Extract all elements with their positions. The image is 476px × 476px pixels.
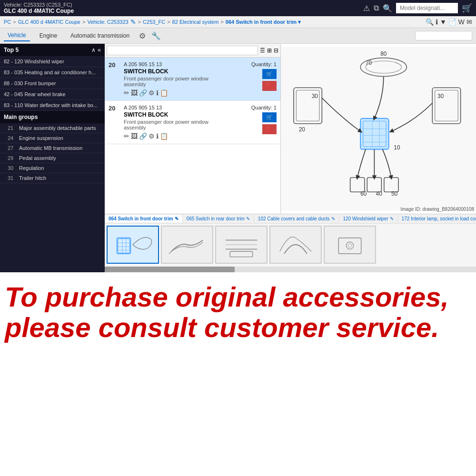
sidebar-group-31[interactable]: 31 Trailer hitch [0,173,105,183]
link-icon-2[interactable]: 🔗 [139,132,147,140]
sidebar-group-29[interactable]: 29 Pedal assembly [0,153,105,163]
toolbar-search [415,31,472,40]
tab-vehicle[interactable]: Vehicle [4,30,30,41]
model-search-input[interactable] [396,3,458,13]
zoom-icon[interactable]: 🔍 [426,18,434,26]
thumb-label-4[interactable]: 172 Interior lamp, socket in load compar… [398,215,476,222]
collapse-icon[interactable]: ∧ [91,47,96,53]
warning-icon[interactable]: ⚠ [363,4,370,13]
add-to-cart-btn-2[interactable]: 🛒 [262,112,277,122]
part-pos-2: 20 [109,105,120,140]
sidebar-menu-icon[interactable]: « [98,47,101,53]
part-code-2: A 205 905 15 13 [124,105,230,110]
thumb-svg-2 [216,227,267,263]
doc-icon-2[interactable]: 📋 [160,132,168,140]
thumb-label-1[interactable]: 065 Switch in rear door trim ✎ [183,215,254,222]
info-icon[interactable]: ℹ [436,18,438,26]
thumbnail-4[interactable] [324,226,376,264]
image-icon-1[interactable]: 🖼 [131,89,138,97]
image-icon-2[interactable]: 🖼 [131,132,138,140]
sidebar-group-24[interactable]: 24 Engine suspension [0,133,105,143]
thumb-label-2[interactable]: 102 Cable covers and cable ducts ✎ [254,215,339,222]
parts-search-input[interactable] [107,46,258,55]
thumb-svg-0 [108,227,158,263]
sidebar-item-brake[interactable]: 42 - 045 Rear wheel brake [0,89,105,100]
thumbnail-2[interactable] [215,226,268,264]
thumb-svg-3 [270,227,321,263]
thumbnail-strip: 064 Switch in front door trim ✎ 065 Swit… [105,214,476,272]
part-code-1: A 205 905 15 13 [124,61,230,67]
list-view-icon[interactable]: ☰ [260,47,265,54]
breadcrumb-fc[interactable]: C253_FC [143,19,165,25]
add-to-cart-btn-1[interactable]: 🛒 [262,69,277,79]
top5-title: Top 5 [4,47,19,53]
part-row-1: 20 A 205 905 15 13 SWITCH BLOCK Front pa… [105,58,280,101]
mail-icon[interactable]: ✉ [466,18,472,26]
thumbnail-images [105,224,476,267]
tab-engine[interactable]: Engine [36,30,61,41]
thumbnail-0[interactable] [107,226,159,264]
thumb-label-3[interactable]: 120 Windshield wiper ✎ [339,215,398,222]
edit-icon-1[interactable]: ✏ [124,89,129,97]
svg-text:60: 60 [360,190,367,197]
thumbnail-3[interactable] [269,226,322,264]
breadcrumb-electrical[interactable]: 82 Electrical system [172,19,219,25]
grid-view-icon[interactable]: ⊞ [267,47,272,54]
filter-icon[interactable]: ▼ [440,18,446,26]
svg-text:30: 30 [312,93,318,99]
edit-icon-2[interactable]: ✏ [124,132,129,140]
word-icon[interactable]: W [458,18,465,26]
part-actions-1: ✏ 🖼 🔗 ⚙ ℹ 📋 [124,89,230,97]
header-actions: ⚠ ⧉ 🔍 🛒 [363,3,472,13]
svg-text:80: 80 [380,50,387,57]
settings-icon-2[interactable]: ⚙ [149,132,155,140]
thumbnail-labels: 064 Switch in front door trim ✎ 065 Swit… [105,214,476,224]
sidebar-item-water-deflector[interactable]: 83 - 110 Water deflector with intake bo.… [0,100,105,111]
scrollbar-thumb[interactable] [105,267,235,272]
vehicle-id: Vehicle: C253323 (C253_FC) [4,2,74,8]
remove-from-cart-btn-2[interactable]: 🚫 [262,124,277,134]
part-name-1: SWITCH BLOCK [124,68,230,75]
edit-icon: ✎ [246,216,250,221]
copy-icon[interactable]: ⧉ [374,4,379,12]
remove-from-cart-btn-1[interactable]: 🚫 [262,81,277,91]
tab-transmission[interactable]: Automatic transmission [67,30,133,41]
settings-icon[interactable]: ⚙ [139,31,146,40]
breadcrumb-pc[interactable]: PC [4,19,11,25]
sidebar-item-heating[interactable]: 83 - 035 Heating and air conditioner h..… [0,67,105,78]
search-icon[interactable]: 🔍 [383,4,392,13]
thumbnail-1[interactable] [161,226,213,264]
options-icon[interactable]: ⊟ [274,47,278,54]
thumb-label-0[interactable]: 064 Switch in front door trim ✎ [105,215,183,222]
sidebar-top5-header: Top 5 ∧ « [0,44,105,56]
part-right-2: Quantity: 1 🛒 🚫 [234,105,277,140]
svg-text:10: 10 [394,144,400,151]
toolbar-search-input[interactable] [415,31,472,40]
sidebar-item-bumper[interactable]: 88 - 030 Front bumper [0,78,105,89]
doc-icon[interactable]: 📄 [448,18,456,26]
info-icon-2[interactable]: ℹ [156,132,159,140]
sidebar-group-21[interactable]: 21 Major assembly detachable parts [0,123,105,133]
sidebar-group-30[interactable]: 30 Regulation [0,163,105,173]
edit-icon: ✎ [331,216,335,221]
doc-icon-1[interactable]: 📋 [160,89,168,97]
cart-icon[interactable]: 🛒 [462,3,472,13]
sidebar-item-windshield[interactable]: 82 - 120 Windshield wiper [0,56,105,67]
tool-icon[interactable]: 🔧 [151,31,161,40]
main-groups-title: Main groups [0,111,105,123]
sidebar-group-27[interactable]: 27 Automatic MB transmission [0,143,105,153]
vehicle-name: GLC 400 d 4MATIC Coupe [4,8,74,14]
breadcrumb-current[interactable]: 064 Switch in front door trim ▾ [226,19,301,25]
breadcrumb-vehicle-model[interactable]: GLC 400 d 4MATIC Coupe [18,19,80,25]
info-icon-1[interactable]: ℹ [156,89,159,97]
part-actions-2: ✏ 🖼 🔗 ⚙ ℹ 📋 [124,132,230,140]
promo-line1: To purchase original accessories, [5,282,471,312]
horizontal-scrollbar[interactable] [105,267,476,272]
breadcrumb-edit-icon[interactable]: ✎ [130,18,136,26]
settings-icon-1[interactable]: ⚙ [149,89,155,97]
breadcrumb-vehicle-id[interactable]: Vehicle: C253323 [87,19,128,25]
image-id: Image ID: drawing_B82064000108 [400,207,474,212]
edit-icon: ✎ [390,216,394,221]
link-icon-1[interactable]: 🔗 [139,89,147,97]
edit-icon: ✎ [175,216,178,221]
